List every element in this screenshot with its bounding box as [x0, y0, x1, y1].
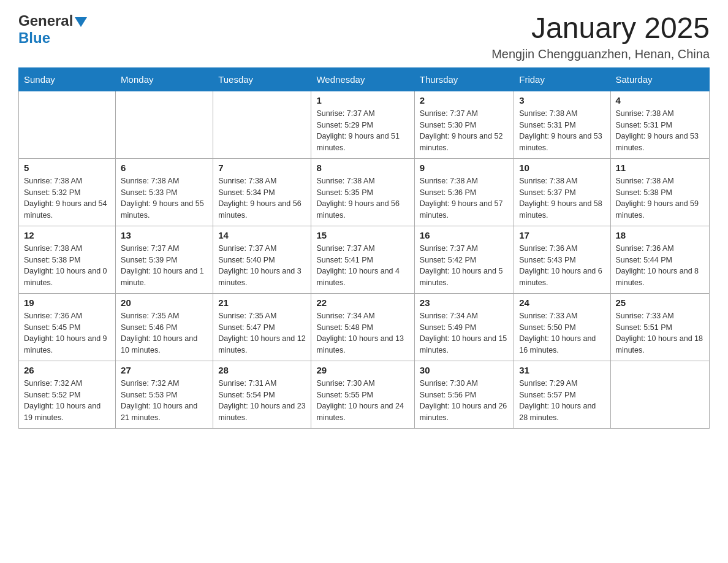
calendar-week-row: 5Sunrise: 7:38 AMSunset: 5:32 PMDaylight…	[19, 158, 710, 226]
day-info: Sunrise: 7:37 AMSunset: 5:41 PMDaylight:…	[316, 244, 400, 287]
day-number: 22	[316, 297, 409, 308]
calendar-cell: 27Sunrise: 7:32 AMSunset: 5:53 PMDayligh…	[116, 361, 213, 428]
day-number: 16	[420, 230, 509, 240]
calendar-cell: 20Sunrise: 7:35 AMSunset: 5:46 PMDayligh…	[116, 293, 213, 361]
day-number: 4	[616, 95, 705, 105]
calendar-cell: 14Sunrise: 7:37 AMSunset: 5:40 PMDayligh…	[213, 226, 311, 293]
day-info: Sunrise: 7:33 AMSunset: 5:51 PMDaylight:…	[616, 312, 703, 354]
day-number: 24	[519, 297, 605, 308]
day-number: 6	[121, 163, 208, 173]
page-header: General Blue January 2025 Mengjin Chengg…	[18, 12, 710, 61]
calendar-header-friday: Friday	[514, 67, 610, 91]
day-info: Sunrise: 7:36 AMSunset: 5:44 PMDaylight:…	[616, 244, 699, 287]
day-info: Sunrise: 7:37 AMSunset: 5:42 PMDaylight:…	[420, 244, 503, 287]
calendar-cell: 26Sunrise: 7:32 AMSunset: 5:52 PMDayligh…	[19, 361, 116, 428]
day-number: 17	[519, 230, 605, 240]
calendar-cell: 5Sunrise: 7:38 AMSunset: 5:32 PMDaylight…	[19, 158, 116, 226]
calendar-cell: 23Sunrise: 7:34 AMSunset: 5:49 PMDayligh…	[414, 293, 514, 361]
day-number: 21	[218, 297, 306, 308]
day-info: Sunrise: 7:38 AMSunset: 5:38 PMDaylight:…	[24, 244, 107, 287]
calendar-cell: 15Sunrise: 7:37 AMSunset: 5:41 PMDayligh…	[311, 226, 414, 293]
calendar-cell	[610, 361, 710, 428]
day-number: 23	[420, 297, 509, 308]
day-info: Sunrise: 7:37 AMSunset: 5:40 PMDaylight:…	[218, 244, 301, 287]
calendar-cell: 2Sunrise: 7:37 AMSunset: 5:30 PMDaylight…	[414, 91, 514, 158]
day-info: Sunrise: 7:37 AMSunset: 5:29 PMDaylight:…	[316, 109, 400, 152]
day-info: Sunrise: 7:30 AMSunset: 5:56 PMDaylight:…	[420, 379, 507, 422]
day-number: 1	[316, 95, 409, 105]
day-info: Sunrise: 7:38 AMSunset: 5:38 PMDaylight:…	[616, 177, 699, 220]
day-info: Sunrise: 7:38 AMSunset: 5:32 PMDaylight:…	[24, 177, 107, 220]
day-number: 18	[616, 230, 705, 240]
calendar-cell: 11Sunrise: 7:38 AMSunset: 5:38 PMDayligh…	[610, 158, 710, 226]
day-info: Sunrise: 7:38 AMSunset: 5:34 PMDaylight:…	[218, 177, 301, 220]
calendar-cell: 21Sunrise: 7:35 AMSunset: 5:47 PMDayligh…	[213, 293, 311, 361]
day-number: 28	[218, 365, 306, 375]
day-info: Sunrise: 7:31 AMSunset: 5:54 PMDaylight:…	[218, 379, 305, 422]
calendar-week-row: 19Sunrise: 7:36 AMSunset: 5:45 PMDayligh…	[19, 293, 710, 361]
calendar-header-saturday: Saturday	[610, 67, 710, 91]
calendar-week-row: 26Sunrise: 7:32 AMSunset: 5:52 PMDayligh…	[19, 361, 710, 428]
day-info: Sunrise: 7:34 AMSunset: 5:49 PMDaylight:…	[420, 312, 507, 354]
day-number: 7	[218, 163, 306, 173]
day-info: Sunrise: 7:38 AMSunset: 5:36 PMDaylight:…	[420, 177, 503, 220]
day-info: Sunrise: 7:33 AMSunset: 5:50 PMDaylight:…	[519, 312, 596, 354]
day-info: Sunrise: 7:34 AMSunset: 5:48 PMDaylight:…	[316, 312, 403, 354]
calendar-cell: 6Sunrise: 7:38 AMSunset: 5:33 PMDaylight…	[116, 158, 213, 226]
day-number: 5	[24, 163, 110, 173]
day-number: 8	[316, 163, 409, 173]
day-info: Sunrise: 7:38 AMSunset: 5:31 PMDaylight:…	[519, 109, 602, 152]
day-info: Sunrise: 7:37 AMSunset: 5:39 PMDaylight:…	[121, 244, 204, 287]
day-info: Sunrise: 7:38 AMSunset: 5:35 PMDaylight:…	[316, 177, 400, 220]
day-info: Sunrise: 7:32 AMSunset: 5:53 PMDaylight:…	[121, 379, 197, 422]
day-info: Sunrise: 7:35 AMSunset: 5:47 PMDaylight:…	[218, 312, 305, 354]
day-number: 3	[519, 95, 605, 105]
day-info: Sunrise: 7:32 AMSunset: 5:52 PMDaylight:…	[24, 379, 100, 422]
day-number: 25	[616, 297, 705, 308]
day-number: 10	[519, 163, 605, 173]
calendar-cell	[213, 91, 311, 158]
calendar-cell	[116, 91, 213, 158]
calendar-cell: 24Sunrise: 7:33 AMSunset: 5:50 PMDayligh…	[514, 293, 610, 361]
day-number: 13	[121, 230, 208, 240]
day-info: Sunrise: 7:35 AMSunset: 5:46 PMDaylight:…	[121, 312, 197, 354]
day-number: 30	[420, 365, 509, 375]
calendar-header-row: SundayMondayTuesdayWednesdayThursdayFrid…	[19, 67, 710, 91]
day-info: Sunrise: 7:38 AMSunset: 5:31 PMDaylight:…	[616, 109, 699, 152]
day-number: 19	[24, 297, 110, 308]
day-number: 11	[616, 163, 705, 173]
calendar-cell: 8Sunrise: 7:38 AMSunset: 5:35 PMDaylight…	[311, 158, 414, 226]
calendar-header-sunday: Sunday	[19, 67, 116, 91]
day-number: 2	[420, 95, 509, 105]
day-info: Sunrise: 7:36 AMSunset: 5:43 PMDaylight:…	[519, 244, 602, 287]
day-info: Sunrise: 7:30 AMSunset: 5:55 PMDaylight:…	[316, 379, 403, 422]
logo-triangle-icon	[75, 17, 87, 27]
calendar-table: SundayMondayTuesdayWednesdayThursdayFrid…	[18, 67, 710, 429]
calendar-cell: 9Sunrise: 7:38 AMSunset: 5:36 PMDaylight…	[414, 158, 514, 226]
day-info: Sunrise: 7:37 AMSunset: 5:30 PMDaylight:…	[420, 109, 503, 152]
day-info: Sunrise: 7:36 AMSunset: 5:45 PMDaylight:…	[24, 312, 107, 354]
day-info: Sunrise: 7:29 AMSunset: 5:57 PMDaylight:…	[519, 379, 596, 422]
title-block: January 2025 Mengjin Chengguanzhen, Hena…	[491, 12, 710, 61]
calendar-cell: 4Sunrise: 7:38 AMSunset: 5:31 PMDaylight…	[610, 91, 710, 158]
calendar-cell: 7Sunrise: 7:38 AMSunset: 5:34 PMDaylight…	[213, 158, 311, 226]
calendar-cell: 19Sunrise: 7:36 AMSunset: 5:45 PMDayligh…	[19, 293, 116, 361]
logo-general-text: General	[18, 12, 73, 29]
calendar-cell: 29Sunrise: 7:30 AMSunset: 5:55 PMDayligh…	[311, 361, 414, 428]
calendar-cell: 28Sunrise: 7:31 AMSunset: 5:54 PMDayligh…	[213, 361, 311, 428]
calendar-cell: 13Sunrise: 7:37 AMSunset: 5:39 PMDayligh…	[116, 226, 213, 293]
calendar-week-row: 1Sunrise: 7:37 AMSunset: 5:29 PMDaylight…	[19, 91, 710, 158]
day-number: 9	[420, 163, 509, 173]
calendar-header-thursday: Thursday	[414, 67, 514, 91]
calendar-cell	[19, 91, 116, 158]
day-number: 12	[24, 230, 110, 240]
calendar-cell: 16Sunrise: 7:37 AMSunset: 5:42 PMDayligh…	[414, 226, 514, 293]
calendar-cell: 12Sunrise: 7:38 AMSunset: 5:38 PMDayligh…	[19, 226, 116, 293]
calendar-header-wednesday: Wednesday	[311, 67, 414, 91]
day-number: 27	[121, 365, 208, 375]
calendar-cell: 17Sunrise: 7:36 AMSunset: 5:43 PMDayligh…	[514, 226, 610, 293]
calendar-cell: 31Sunrise: 7:29 AMSunset: 5:57 PMDayligh…	[514, 361, 610, 428]
calendar-cell: 3Sunrise: 7:38 AMSunset: 5:31 PMDaylight…	[514, 91, 610, 158]
day-number: 26	[24, 365, 110, 375]
day-number: 31	[519, 365, 605, 375]
